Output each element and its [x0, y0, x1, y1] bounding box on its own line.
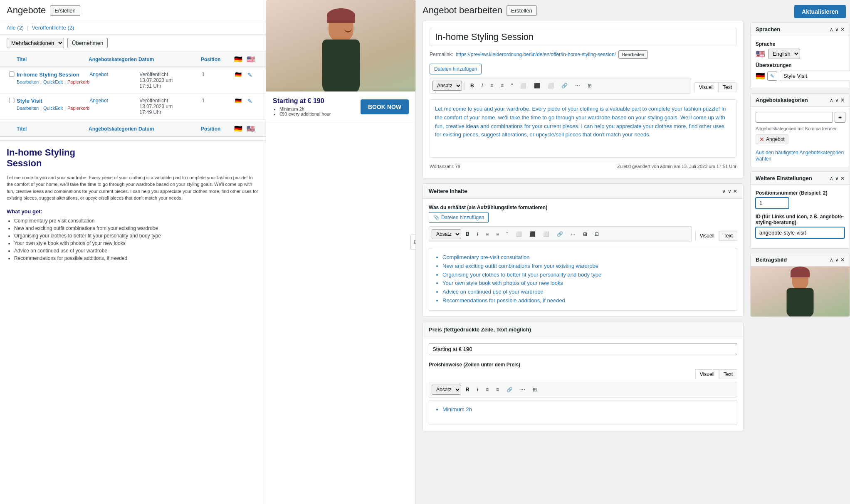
- ws-up-btn[interactable]: ∧: [830, 175, 833, 181]
- row1-checkbox[interactable]: [7, 72, 17, 77]
- toolbar-format-select[interactable]: Absatz: [432, 81, 462, 91]
- bb-close-btn[interactable]: ✕: [840, 257, 845, 263]
- ph-ul[interactable]: ≡: [483, 385, 492, 394]
- col-title[interactable]: Titel: [17, 57, 89, 62]
- post-title-input[interactable]: [430, 28, 736, 46]
- sprachen-down-btn[interactable]: ∨: [835, 27, 839, 32]
- permalink-edit-button[interactable]: Bearbeiten: [618, 50, 648, 59]
- col-date[interactable]: Datum: [138, 57, 201, 62]
- footer-col-date[interactable]: Datum: [138, 126, 201, 132]
- preishinweise-tab-text[interactable]: Text: [719, 369, 737, 379]
- tab-visuell[interactable]: Visuell: [694, 82, 718, 92]
- toolbar-italic[interactable]: I: [479, 81, 486, 90]
- weitere-quote[interactable]: ": [504, 230, 511, 239]
- kat-up-btn[interactable]: ∧: [830, 97, 833, 103]
- ubersetzungen-edit-btn[interactable]: ✎: [767, 72, 777, 81]
- col-categories[interactable]: Angebotskategorien: [89, 57, 138, 62]
- row1-trash-link[interactable]: Papierkorb: [67, 79, 89, 84]
- weitere-table[interactable]: ⊞: [580, 230, 590, 239]
- col-position[interactable]: Position: [201, 57, 234, 62]
- sprachen-close-btn[interactable]: ✕: [840, 27, 845, 32]
- weitere-extra[interactable]: ⊡: [592, 230, 602, 239]
- ph-table[interactable]: ⊞: [530, 385, 540, 394]
- media-add-button[interactable]: Dateien hinzufügen: [430, 64, 482, 74]
- preishinweise-format[interactable]: Absatz: [432, 385, 461, 395]
- ubersetzungen-input[interactable]: [780, 71, 850, 81]
- weitere-more[interactable]: ⋯: [568, 230, 578, 239]
- footer-col-title[interactable]: Titel: [17, 126, 89, 132]
- angebote-create-button[interactable]: Erstellen: [50, 5, 80, 16]
- ws-close-btn[interactable]: ✕: [840, 175, 845, 181]
- category-search-input[interactable]: [756, 112, 833, 123]
- weitere-ul[interactable]: ≡: [483, 230, 492, 239]
- weitere-align-center[interactable]: ⬛: [526, 230, 539, 239]
- weitere-format-select[interactable]: Absatz: [432, 229, 461, 239]
- position-input[interactable]: [756, 198, 789, 209]
- weitere-ol[interactable]: ≡: [493, 230, 502, 239]
- toolbar-more[interactable]: ⋯: [572, 81, 583, 90]
- weitere-media-button[interactable]: 📎 Dateien hinzufügen: [429, 212, 489, 223]
- weitere-align-left[interactable]: ⬜: [513, 230, 525, 239]
- footer-col-position[interactable]: Position: [201, 126, 234, 132]
- weitere-italic[interactable]: I: [474, 230, 481, 239]
- beitragsbild-image[interactable]: [751, 267, 850, 316]
- bb-up-btn[interactable]: ∧: [830, 257, 833, 263]
- row2-edit-link[interactable]: Bearbeiten: [17, 106, 39, 111]
- bb-down-btn[interactable]: ∨: [835, 257, 839, 263]
- ph-italic[interactable]: I: [474, 385, 481, 394]
- ph-link[interactable]: 🔗: [504, 385, 516, 394]
- section-expand-btn[interactable]: ∨: [728, 188, 731, 194]
- category-tag-remove-btn[interactable]: ✕: [759, 136, 764, 143]
- filter-all-link[interactable]: Alle (2): [7, 25, 24, 31]
- slug-input[interactable]: [756, 227, 845, 238]
- filter-published-link[interactable]: Veröffentlichte (2): [32, 25, 74, 31]
- ws-down-btn[interactable]: ∨: [835, 175, 839, 181]
- weitere-content-area[interactable]: Complimentary pre-visit consultation New…: [429, 248, 737, 311]
- kat-down-btn[interactable]: ∨: [835, 97, 839, 103]
- preis-input[interactable]: [429, 343, 737, 355]
- row2-trash-link[interactable]: Papierkorb: [67, 106, 89, 111]
- weitere-align-right[interactable]: ⬜: [540, 230, 552, 239]
- weitere-bold[interactable]: B: [463, 230, 472, 239]
- row1-title-link[interactable]: In-home Styling Session: [17, 72, 79, 78]
- weitere-tab-visuell[interactable]: Visuell: [695, 231, 719, 241]
- row2-checkbox[interactable]: [7, 98, 17, 103]
- bulk-actions-select[interactable]: Mehrfachaktionen: [7, 38, 64, 48]
- permalink-url[interactable]: https://preview.kleiderordnung.berlin/de…: [456, 52, 616, 57]
- sidebar-toggle-button[interactable]: ⊡: [410, 235, 416, 250]
- row2-quickedit-link[interactable]: QuickEdit: [43, 106, 63, 111]
- ph-more[interactable]: ⋯: [517, 385, 528, 394]
- aktualisieren-button[interactable]: Aktualisieren: [794, 5, 846, 18]
- row1-edit-link[interactable]: Bearbeiten: [17, 79, 39, 84]
- weitere-link[interactable]: 🔗: [554, 230, 566, 239]
- toolbar-bold[interactable]: B: [467, 81, 477, 90]
- row2-edit-icon[interactable]: ✎: [247, 98, 260, 104]
- book-now-button[interactable]: BOOK NOW: [361, 99, 409, 114]
- row2-title-link[interactable]: Style Visit: [17, 98, 42, 104]
- editor-content-area[interactable]: Let me come to you and your wardrobe. Ev…: [430, 99, 736, 158]
- categories-choose-link[interactable]: Aus den häufigsten Angebotskategorien wä…: [756, 150, 844, 162]
- toolbar-link[interactable]: 🔗: [558, 81, 571, 90]
- preis-header[interactable]: Preis (fettgedruckte Zeile, Text möglich…: [423, 322, 743, 337]
- weitere-tab-text[interactable]: Text: [719, 231, 737, 241]
- editor-create-button[interactable]: Erstellen: [507, 5, 537, 16]
- tab-text[interactable]: Text: [718, 82, 736, 92]
- toolbar-align-right[interactable]: ⬜: [545, 81, 557, 90]
- sprache-select[interactable]: English: [768, 49, 800, 59]
- toolbar-align-center[interactable]: ⬛: [531, 81, 543, 90]
- preishinweise-tab-visuell[interactable]: Visuell: [695, 369, 719, 379]
- kat-close-btn[interactable]: ✕: [840, 97, 845, 103]
- category-add-btn[interactable]: +: [835, 112, 845, 123]
- toolbar-align-left[interactable]: ⬜: [517, 81, 529, 90]
- toolbar-table[interactable]: ⊞: [585, 81, 595, 90]
- toolbar-ul[interactable]: ≡: [487, 81, 496, 90]
- toolbar-ol[interactable]: ≡: [498, 81, 507, 90]
- preishinweise-content[interactable]: Minimum 2h: [429, 400, 737, 425]
- bulk-apply-button[interactable]: Übernehmen: [67, 38, 108, 48]
- weitere-inhalte-header[interactable]: Weitere Inhalte ∧ ∨ ✕: [423, 184, 743, 199]
- ph-bold[interactable]: B: [463, 385, 472, 394]
- row1-edit-icon[interactable]: ✎: [247, 72, 260, 78]
- row1-quickedit-link[interactable]: QuickEdit: [43, 79, 63, 84]
- section-close-btn[interactable]: ✕: [733, 188, 737, 194]
- ph-ol[interactable]: ≡: [493, 385, 502, 394]
